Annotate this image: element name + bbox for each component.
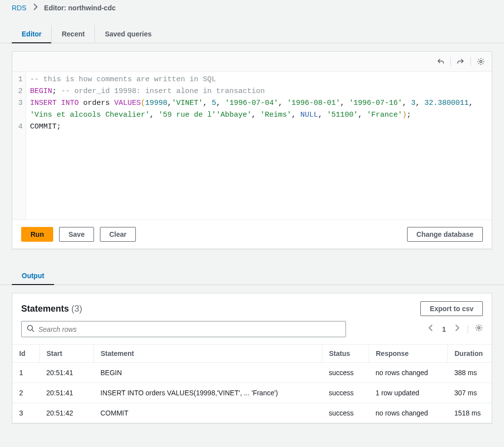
col-id[interactable]: Id bbox=[12, 345, 39, 363]
svg-point-0 bbox=[480, 61, 482, 63]
redo-icon[interactable] bbox=[456, 57, 466, 66]
breadcrumb-current: Editor: northwind-cdc bbox=[44, 4, 116, 12]
col-start[interactable]: Start bbox=[39, 345, 94, 363]
col-response[interactable]: Response bbox=[369, 345, 447, 363]
statements-panel: Statements (3) Export to csv 1 bbox=[12, 293, 492, 423]
prev-page-icon[interactable] bbox=[427, 324, 435, 334]
svg-point-2 bbox=[478, 327, 480, 329]
sql-editor[interactable]: 1 2 3 4 -- this is how comments are writ… bbox=[12, 72, 492, 220]
statements-search-row: 1 bbox=[12, 321, 492, 344]
undo-icon[interactable] bbox=[436, 57, 445, 66]
tab-editor[interactable]: Editor bbox=[12, 25, 52, 43]
table-header-row: Id Start Statement Status Response Durat… bbox=[12, 345, 492, 363]
col-statement[interactable]: Statement bbox=[94, 345, 322, 363]
tab-recent[interactable]: Recent bbox=[52, 25, 95, 43]
change-database-button[interactable]: Change database bbox=[407, 227, 483, 242]
export-csv-button[interactable]: Export to csv bbox=[420, 301, 483, 316]
pager: 1 bbox=[427, 324, 483, 334]
breadcrumb: RDS Editor: northwind-cdc bbox=[0, 0, 504, 15]
editor-panel: 1 2 3 4 -- this is how comments are writ… bbox=[12, 51, 492, 249]
search-input[interactable] bbox=[38, 325, 341, 333]
breadcrumb-root-link[interactable]: RDS bbox=[12, 4, 27, 12]
col-status[interactable]: Status bbox=[322, 345, 369, 363]
pager-divider bbox=[468, 325, 468, 334]
search-icon bbox=[27, 324, 34, 334]
statements-header: Statements (3) Export to csv bbox=[12, 293, 492, 321]
output-tabs: Output bbox=[0, 257, 504, 285]
top-tabs: Editor Recent Saved queries bbox=[0, 15, 504, 43]
tab-saved-queries[interactable]: Saved queries bbox=[95, 25, 161, 43]
editor-toolbar bbox=[12, 52, 492, 72]
toolbar-divider bbox=[471, 57, 471, 66]
gear-icon[interactable] bbox=[475, 324, 483, 334]
page-number: 1 bbox=[442, 325, 446, 333]
table-row[interactable]: 3 20:51:42 COMMIT success no rows change… bbox=[12, 403, 492, 423]
table-row[interactable]: 1 20:51:41 BEGIN success no rows changed… bbox=[12, 363, 492, 383]
save-button[interactable]: Save bbox=[59, 227, 94, 242]
line-gutter: 1 2 3 4 bbox=[12, 72, 26, 220]
code-content[interactable]: -- this is how comments are written in S… bbox=[26, 72, 492, 220]
run-button[interactable]: Run bbox=[21, 227, 53, 242]
statements-title: Statements (3) bbox=[21, 304, 82, 314]
table-row[interactable]: 2 20:51:41 INSERT INTO orders VALUES(199… bbox=[12, 383, 492, 403]
gear-icon[interactable] bbox=[476, 57, 486, 66]
tab-output[interactable]: Output bbox=[12, 267, 54, 285]
search-box[interactable] bbox=[21, 321, 346, 337]
editor-button-row: Run Save Clear Change database bbox=[12, 220, 492, 249]
clear-button[interactable]: Clear bbox=[100, 227, 136, 242]
toolbar-divider bbox=[450, 57, 451, 66]
svg-point-1 bbox=[28, 325, 32, 330]
next-page-icon[interactable] bbox=[453, 324, 461, 334]
chevron-right-icon bbox=[32, 3, 39, 12]
statements-table: Id Start Statement Status Response Durat… bbox=[12, 344, 492, 423]
col-duration[interactable]: Duration bbox=[447, 345, 492, 363]
